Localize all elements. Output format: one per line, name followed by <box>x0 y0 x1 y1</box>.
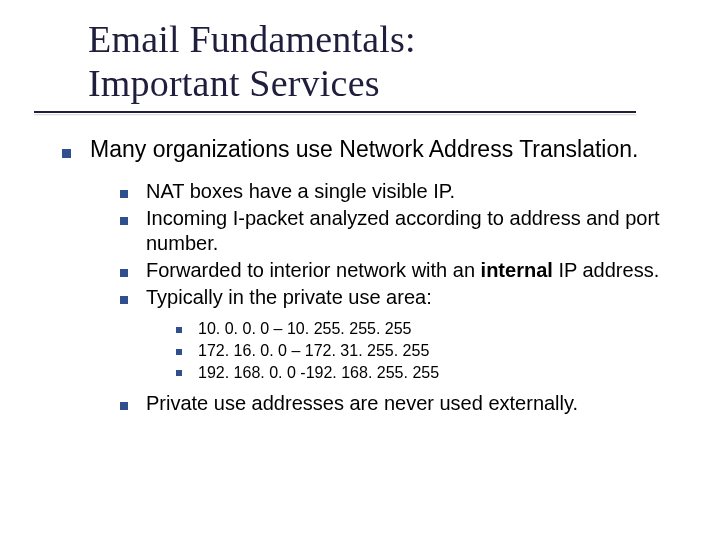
list-item: Many organizations use Network Address T… <box>62 135 682 416</box>
bullet-list-level2: NAT boxes have a single visible IP. Inco… <box>120 179 682 416</box>
list-item-text: Private use addresses are never used ext… <box>146 392 578 414</box>
list-item: 10. 0. 0. 0 – 10. 255. 255. 255 <box>176 318 682 340</box>
list-item: Typically in the private use area: 10. 0… <box>120 285 682 383</box>
list-item: 172. 16. 0. 0 – 172. 31. 255. 255 <box>176 340 682 362</box>
list-item-text: Many organizations use Network Address T… <box>90 136 638 162</box>
list-item-text: 172. 16. 0. 0 – 172. 31. 255. 255 <box>198 342 429 359</box>
square-bullet-icon <box>176 349 182 355</box>
list-item-text: Typically in the private use area: <box>146 286 432 308</box>
list-item-text: NAT boxes have a single visible IP. <box>146 180 455 202</box>
square-bullet-icon <box>120 269 128 277</box>
square-bullet-icon <box>120 402 128 410</box>
square-bullet-icon <box>176 370 182 376</box>
title-underline <box>34 111 636 113</box>
list-item-text: 192. 168. 0. 0 -192. 168. 255. 255 <box>198 364 439 381</box>
bullet-list-level3: 10. 0. 0. 0 – 10. 255. 255. 255 172. 16.… <box>176 318 682 383</box>
list-item: 192. 168. 0. 0 -192. 168. 255. 255 <box>176 362 682 384</box>
title-line-2: Important Services <box>88 62 380 104</box>
square-bullet-icon <box>120 296 128 304</box>
square-bullet-icon <box>120 190 128 198</box>
list-item: Incoming I-packet analyzed according to … <box>120 206 682 256</box>
square-bullet-icon <box>62 149 71 158</box>
title-line-1: Email Fundamentals: <box>88 18 416 60</box>
bullet-list-level1: Many organizations use Network Address T… <box>92 135 682 416</box>
slide: Email Fundamentals: Important Services M… <box>0 0 720 540</box>
list-item: Forwarded to interior network with an in… <box>120 258 682 283</box>
list-item: NAT boxes have a single visible IP. <box>120 179 682 204</box>
list-item-text: Forwarded to interior network with an in… <box>146 259 659 281</box>
list-item-text: Incoming I-packet analyzed according to … <box>146 207 660 254</box>
slide-title: Email Fundamentals: Important Services <box>88 18 682 105</box>
square-bullet-icon <box>120 217 128 225</box>
list-item: Private use addresses are never used ext… <box>120 391 682 416</box>
square-bullet-icon <box>176 327 182 333</box>
list-item-text: 10. 0. 0. 0 – 10. 255. 255. 255 <box>198 320 412 337</box>
